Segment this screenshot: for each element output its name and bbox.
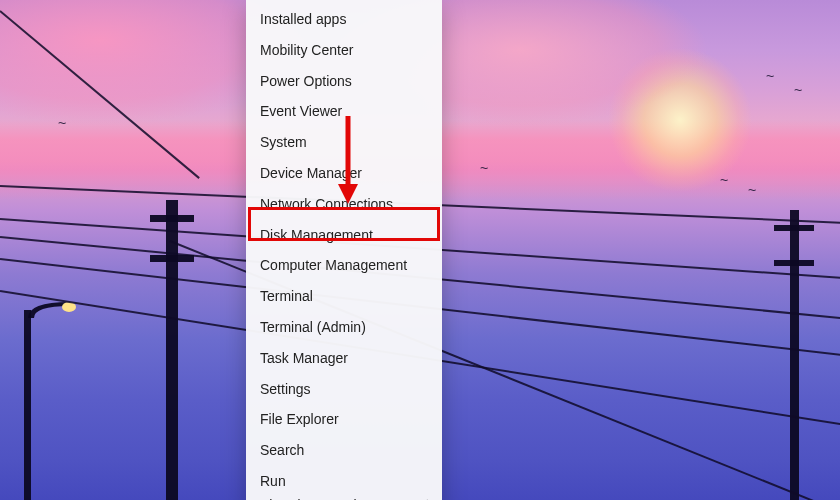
menu-item-label: Power Options bbox=[260, 73, 352, 89]
menu-item-search[interactable]: Search bbox=[246, 435, 442, 466]
menu-item-installed-apps[interactable]: Installed apps bbox=[246, 4, 442, 35]
menu-item-label: Mobility Center bbox=[260, 42, 353, 58]
bird-icon: ~ bbox=[480, 160, 488, 176]
menu-item-label: Event Viewer bbox=[260, 103, 342, 119]
menu-item-terminal[interactable]: Terminal bbox=[246, 281, 442, 312]
menu-item-label: Terminal (Admin) bbox=[260, 319, 366, 335]
bird-icon: ~ bbox=[794, 82, 802, 98]
menu-item-settings[interactable]: Settings bbox=[246, 374, 442, 405]
menu-item-device-manager[interactable]: Device Manager bbox=[246, 158, 442, 189]
menu-item-label: Run bbox=[260, 473, 286, 489]
menu-item-label: Settings bbox=[260, 381, 311, 397]
utility-pole bbox=[790, 210, 799, 500]
bird-icon: ~ bbox=[748, 182, 756, 198]
menu-item-event-viewer[interactable]: Event Viewer bbox=[246, 96, 442, 127]
menu-item-label: Disk Management bbox=[260, 227, 373, 243]
pole-crossarm bbox=[150, 215, 194, 222]
menu-item-task-manager[interactable]: Task Manager bbox=[246, 343, 442, 374]
pole-crossarm bbox=[774, 225, 814, 231]
menu-item-label: Computer Management bbox=[260, 257, 407, 273]
menu-item-power-options[interactable]: Power Options bbox=[246, 66, 442, 97]
menu-item-file-explorer[interactable]: File Explorer bbox=[246, 404, 442, 435]
menu-item-label: System bbox=[260, 134, 307, 150]
menu-item-disk-management[interactable]: Disk Management bbox=[246, 220, 442, 251]
menu-item-label: Task Manager bbox=[260, 350, 348, 366]
street-lamp-pole bbox=[24, 310, 31, 500]
bird-icon: ~ bbox=[720, 172, 728, 188]
menu-item-label: Installed apps bbox=[260, 11, 346, 27]
power-wire bbox=[0, 10, 200, 179]
pole-crossarm bbox=[774, 260, 814, 266]
menu-item-label: Device Manager bbox=[260, 165, 362, 181]
menu-item-label: File Explorer bbox=[260, 411, 339, 427]
winx-context-menu: Installed apps Mobility Center Power Opt… bbox=[246, 0, 442, 500]
menu-item-label: Search bbox=[260, 442, 304, 458]
menu-item-label: Terminal bbox=[260, 288, 313, 304]
utility-pole bbox=[166, 200, 178, 500]
menu-item-run[interactable]: Run bbox=[246, 466, 442, 497]
menu-item-network-connections[interactable]: Network Connections bbox=[246, 189, 442, 220]
menu-item-computer-management[interactable]: Computer Management bbox=[246, 250, 442, 281]
menu-item-terminal-admin[interactable]: Terminal (Admin) bbox=[246, 312, 442, 343]
desktop-wallpaper: ~ ~ ~ ~ ~ ~ Installed apps Mobility Cent… bbox=[0, 0, 840, 500]
menu-item-system[interactable]: System bbox=[246, 127, 442, 158]
bird-icon: ~ bbox=[766, 68, 774, 84]
bird-icon: ~ bbox=[58, 115, 66, 131]
menu-item-label: Network Connections bbox=[260, 196, 393, 212]
menu-item-mobility-center[interactable]: Mobility Center bbox=[246, 35, 442, 66]
